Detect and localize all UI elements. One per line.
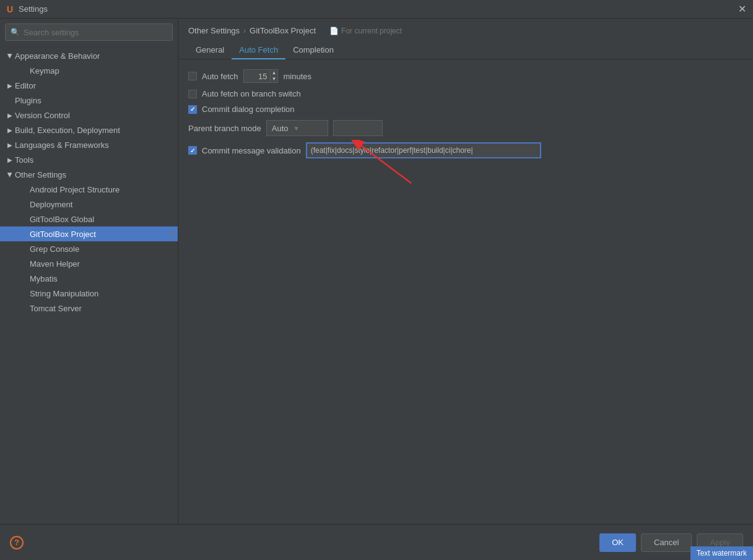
tabs-bar: General Auto Fetch Completion xyxy=(188,41,743,59)
sidebar-label-appearance: Appearance & Behavior xyxy=(15,51,178,61)
sidebar-label-mybatis: Mybatis xyxy=(30,274,178,283)
search-input[interactable] xyxy=(24,28,167,37)
sidebar-label-editor: Editor xyxy=(15,81,178,90)
sidebar-item-tools[interactable]: ▶ Tools xyxy=(0,152,178,167)
sidebar-item-build[interactable]: ▶ Build, Execution, Deployment xyxy=(0,123,178,137)
breadcrumb-project-label: 📄 For current project xyxy=(329,27,402,35)
cancel-button[interactable]: Cancel xyxy=(641,533,692,552)
close-button[interactable]: ✕ xyxy=(736,3,748,15)
parent-branch-label: Parent branch mode xyxy=(188,124,261,133)
expand-arrow-editor: ▶ xyxy=(5,82,15,89)
sidebar-tree: ▶ Appearance & Behavior Keymap ▶ Editor … xyxy=(0,46,178,524)
watermark: Text watermark xyxy=(690,546,753,560)
content-body: Auto fetch 15 ▲ ▼ minutes Auto fetch on … xyxy=(178,59,753,524)
project-icon: 📄 xyxy=(329,27,339,35)
sidebar-label-maven: Maven Helper xyxy=(30,259,178,269)
auto-fetch-row: Auto fetch 15 ▲ ▼ minutes xyxy=(188,69,743,83)
window-title: Settings xyxy=(19,4,48,14)
ok-button[interactable]: OK xyxy=(599,533,636,552)
sidebar-item-tomcat[interactable]: Tomcat Server xyxy=(0,301,178,316)
expand-arrow-other: ▶ xyxy=(7,170,14,179)
sidebar-item-grep-console[interactable]: Grep Console xyxy=(0,241,178,256)
sidebar-item-keymap[interactable]: Keymap xyxy=(0,63,178,78)
sidebar-item-gittoolbox-project[interactable]: GitToolBox Project ⧉ xyxy=(0,226,178,241)
content-header: Other Settings › GitToolBox Project 📄 Fo… xyxy=(178,19,753,59)
tab-completion[interactable]: Completion xyxy=(285,41,341,59)
sidebar-item-appearance[interactable]: ▶ Appearance & Behavior xyxy=(0,48,178,63)
sidebar-label-vc: Version Control xyxy=(15,111,169,120)
decrement-arrow[interactable]: ▼ xyxy=(271,76,278,82)
auto-fetch-branch-row: Auto fetch on branch switch xyxy=(188,89,743,98)
sidebar-item-editor[interactable]: ▶ Editor xyxy=(0,78,178,93)
search-box[interactable]: 🔍 xyxy=(5,24,173,41)
increment-arrow[interactable]: ▲ xyxy=(271,70,278,76)
minutes-label: minutes xyxy=(283,72,311,81)
sidebar-label-sm: String Manipulation xyxy=(30,289,178,298)
sidebar-label-gtp: GitToolBox Project xyxy=(30,230,169,239)
sidebar-item-string-manip[interactable]: String Manipulation xyxy=(0,286,178,301)
sidebar-item-android[interactable]: Android Project Structure ⧉ xyxy=(0,182,178,197)
breadcrumb-separator: › xyxy=(243,27,246,35)
sidebar: 🔍 ▶ Appearance & Behavior Keymap ▶ Edito… xyxy=(0,19,178,524)
sidebar-item-maven[interactable]: Maven Helper xyxy=(0,256,178,271)
sidebar-label-deployment: Deployment xyxy=(30,200,178,209)
main-layout: 🔍 ▶ Appearance & Behavior Keymap ▶ Edito… xyxy=(0,19,753,524)
sidebar-item-gittoolbox-global[interactable]: GitToolBox Global xyxy=(0,212,178,226)
tab-general[interactable]: General xyxy=(188,41,232,59)
breadcrumb: Other Settings › GitToolBox Project 📄 Fo… xyxy=(188,26,743,35)
auto-fetch-label: Auto fetch xyxy=(202,72,238,81)
tab-auto-fetch[interactable]: Auto Fetch xyxy=(232,41,285,59)
sidebar-label-android: Android Project Structure xyxy=(30,185,169,194)
commit-dialog-row: Commit dialog completion xyxy=(188,105,743,114)
expand-arrow-vc: ▶ xyxy=(5,112,15,119)
bottom-bar: ? OK Cancel Apply xyxy=(0,524,753,560)
commit-dialog-label: Commit dialog completion xyxy=(202,105,295,114)
title-bar: U Settings ✕ xyxy=(0,0,753,19)
dropdown-value: Auto xyxy=(272,124,289,133)
commit-validation-checkbox[interactable] xyxy=(188,146,197,155)
sidebar-item-plugins[interactable]: Plugins ⧉ xyxy=(0,93,178,108)
sidebar-label-tomcat: Tomcat Server xyxy=(30,304,178,313)
sidebar-label-gtg: GitToolBox Global xyxy=(30,215,178,224)
auto-fetch-value[interactable]: 15 xyxy=(243,69,271,83)
sidebar-label-keymap: Keymap xyxy=(30,66,178,75)
sidebar-label-tools: Tools xyxy=(15,155,178,165)
number-arrows: ▲ ▼ xyxy=(271,69,279,83)
commit-validation-input[interactable] xyxy=(306,142,541,158)
commit-validation-row: Commit message validation xyxy=(188,142,743,158)
auto-fetch-checkbox[interactable] xyxy=(188,72,197,80)
sidebar-item-deployment[interactable]: Deployment xyxy=(0,197,178,212)
app-icon: U xyxy=(5,4,15,14)
sidebar-label-plugins: Plugins xyxy=(15,96,169,105)
sidebar-item-mybatis[interactable]: Mybatis xyxy=(0,271,178,286)
sidebar-label-build: Build, Execution, Deployment xyxy=(15,126,178,135)
breadcrumb-current: GitToolBox Project xyxy=(250,26,316,35)
project-text: For current project xyxy=(341,27,402,35)
sidebar-label-grep: Grep Console xyxy=(30,244,178,254)
copy-icon-gtp: ⧉ xyxy=(169,230,174,238)
parent-branch-row: Parent branch mode Auto ▼ xyxy=(188,120,743,136)
auto-fetch-input-wrapper: 15 ▲ ▼ xyxy=(243,69,279,83)
expand-arrow-appearance: ▶ xyxy=(7,51,14,61)
breadcrumb-parent: Other Settings xyxy=(188,26,240,35)
sidebar-item-version-control[interactable]: ▶ Version Control ⧉ xyxy=(0,108,178,123)
expand-arrow-build: ▶ xyxy=(5,127,15,134)
sidebar-item-other-settings[interactable]: ▶ Other Settings xyxy=(0,167,178,182)
expand-arrow-tools: ▶ xyxy=(5,157,15,163)
sidebar-label-other: Other Settings xyxy=(15,170,178,179)
commit-dialog-checkbox[interactable] xyxy=(188,105,197,114)
dropdown-arrow-icon: ▼ xyxy=(294,125,300,132)
auto-fetch-branch-checkbox[interactable] xyxy=(188,90,197,98)
commit-validation-label: Commit message validation xyxy=(202,146,301,155)
help-button[interactable]: ? xyxy=(10,536,24,549)
parent-branch-dropdown[interactable]: Auto ▼ xyxy=(266,120,328,136)
title-bar-left: U Settings xyxy=(5,4,48,14)
search-icon: 🔍 xyxy=(11,28,20,37)
auto-fetch-branch-label: Auto fetch on branch switch xyxy=(202,89,301,98)
sidebar-item-languages[interactable]: ▶ Languages & Frameworks xyxy=(0,137,178,152)
content-panel: Other Settings › GitToolBox Project 📄 Fo… xyxy=(178,19,753,524)
parent-branch-text-field[interactable] xyxy=(333,120,383,136)
sidebar-label-languages: Languages & Frameworks xyxy=(15,140,178,150)
bottom-left: ? xyxy=(10,536,24,549)
expand-arrow-languages: ▶ xyxy=(5,142,15,149)
